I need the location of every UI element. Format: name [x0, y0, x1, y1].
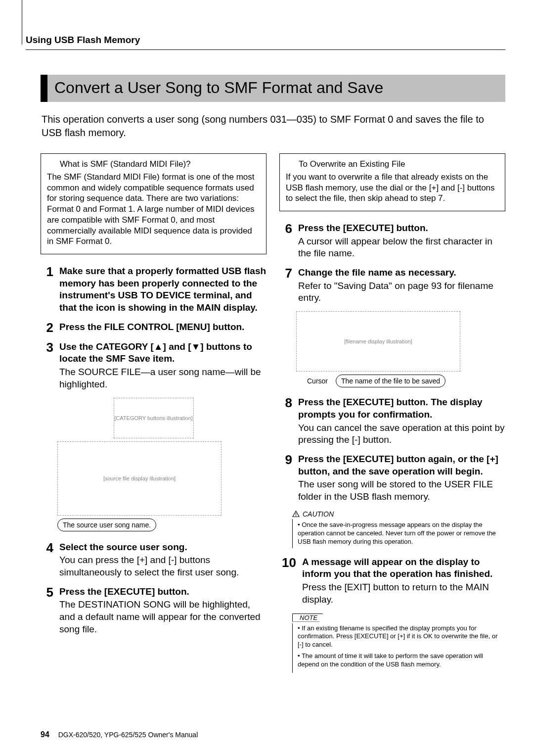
figure-category-buttons: [CATEGORY buttons illustration] — [114, 398, 194, 438]
smf-box-title: What is SMF (Standard MIDI File)? — [60, 159, 260, 170]
header-rule — [26, 49, 505, 50]
step-7: 7 Change the file name as necessary. Ref… — [279, 267, 505, 304]
category-up-icon: ▲ — [154, 341, 163, 353]
caution-text: • Once the save-in-progress message appe… — [292, 519, 505, 548]
step-9: 9 Press the [EXECUTE] button again, or t… — [279, 453, 505, 503]
step-10: 10 A message will appear on the display … — [279, 556, 505, 606]
step-4: 4 Select the source user song. You can p… — [41, 541, 267, 579]
smf-info-box: What is SMF (Standard MIDI File)? The SM… — [41, 153, 267, 254]
callout-filename: The name of the file to be saved — [336, 375, 445, 387]
overwrite-box-title: To Overwrite an Existing File — [299, 159, 499, 170]
section-title-text: Convert a User Song to SMF Format and Sa… — [47, 75, 505, 102]
overwrite-box: To Overwrite an Existing File If you wan… — [279, 153, 505, 211]
manual-title: DGX-620/520, YPG-625/525 Owner's Manual — [58, 731, 198, 739]
caution-block: CAUTION • Once the save-in-progress mess… — [292, 510, 505, 548]
callout-cursor: Cursor — [307, 377, 328, 385]
step-2: 2 Press the FILE CONTROL [MENU] button. — [41, 321, 267, 334]
overwrite-box-body: If you want to overwrite a ﬁle that alre… — [286, 172, 495, 203]
right-column: To Overwrite an Existing File If you wan… — [279, 153, 505, 678]
step-1: 1 Make sure that a properly formatted US… — [41, 265, 267, 314]
step-5: 5 Press the [EXECUTE] button. The DESTIN… — [41, 586, 267, 636]
svg-point-1 — [296, 516, 296, 516]
page-number: 94 — [41, 730, 49, 739]
figure-filename-display: [filename display illustration] — [296, 311, 460, 372]
step-6: 6 Press the [EXECUTE] button. A cursor w… — [279, 222, 505, 260]
figure-source-display: [source file display illustration] — [57, 441, 222, 516]
note-line-1: • If an existing ﬁlename is speciﬁed the… — [298, 624, 502, 650]
step-8: 8 Press the [EXECUTE] button. The displa… — [279, 396, 505, 446]
note-line-2: • The amount of time it will take to per… — [298, 652, 502, 669]
caution-label: CAUTION — [303, 510, 334, 518]
section-title: Convert a User Song to SMF Format and Sa… — [41, 75, 505, 102]
intro-paragraph: This operation converts a user song (son… — [42, 113, 505, 140]
caution-icon — [292, 511, 300, 517]
running-head: Using USB Flash Memory — [26, 35, 505, 46]
note-block: NOTE • If an existing ﬁlename is speciﬁe… — [292, 613, 505, 673]
category-down-icon: ▼ — [191, 341, 201, 353]
smf-box-body: The SMF (Standard MIDI File) format is o… — [47, 172, 255, 246]
page-footer: 94 DGX-620/520, YPG-625/525 Owner's Manu… — [41, 730, 198, 739]
note-label: NOTE — [292, 614, 323, 622]
callout-source-name: The source user song name. — [57, 519, 156, 531]
step-3: 3 Use the CATEGORY [▲] and [▼] buttons t… — [41, 341, 267, 391]
left-column: What is SMF (Standard MIDI File)? The SM… — [41, 153, 267, 678]
